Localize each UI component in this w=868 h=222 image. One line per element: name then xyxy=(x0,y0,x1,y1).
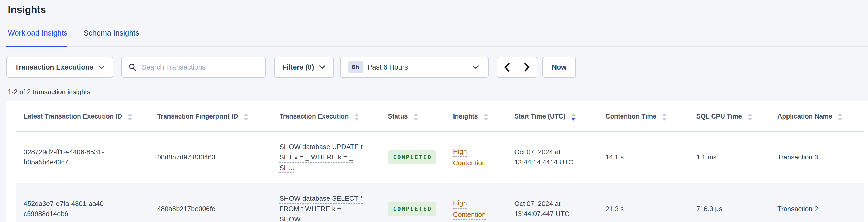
results-count: 1-2 of 2 transaction insights xyxy=(8,88,868,96)
start-time: Oct 07, 2024 at 13:44:14.4414 UTC xyxy=(514,147,592,167)
application-name: Transaction 3 xyxy=(777,153,818,161)
contention-time: 21.3 s xyxy=(605,205,624,213)
sort-icons xyxy=(484,113,488,121)
column-header-start-time[interactable]: Start Time (UTC) xyxy=(514,101,605,131)
status-badge: COMPLETED xyxy=(388,202,436,216)
tab-schema-insights[interactable]: Schema Insights xyxy=(84,29,139,44)
time-interval-label: Past 6 Hours xyxy=(368,63,408,71)
column-header-execution-id[interactable]: Latest Transaction Execution ID xyxy=(17,101,157,131)
status-badge: COMPLETED xyxy=(388,151,436,164)
fingerprint-id: 480a8b217be006fe xyxy=(157,205,215,213)
sort-icons-active-desc xyxy=(571,113,576,121)
time-prev-button[interactable] xyxy=(497,57,517,77)
chevron-right-icon xyxy=(524,63,530,72)
execution-id: 452da3e7-e7fa-4801-aa40-c59988d14eb6 xyxy=(24,199,127,219)
sort-icons xyxy=(413,113,418,121)
application-name: Transaction 2 xyxy=(777,205,818,213)
transaction-execution-link[interactable]: SHOW database SELECT * FROM t WHERE k = … xyxy=(280,193,369,222)
page-title: Insights xyxy=(0,0,868,15)
tabs-bar: Workload Insights Schema Insights xyxy=(0,29,868,47)
transaction-execution-link[interactable]: SHOW database UPDATE t SET v = _ WHERE k… xyxy=(280,141,369,173)
execution-id: 328729d2-ff19-4408-8531-b05a5b4e43c7 xyxy=(24,147,127,167)
insight-link[interactable]: High Contention xyxy=(453,146,497,168)
column-header-fingerprint-id[interactable]: Transaction Fingerprint ID xyxy=(157,101,280,131)
chevron-down-icon xyxy=(319,65,326,69)
filters-label: Filters (0) xyxy=(282,63,314,71)
sort-icons xyxy=(244,113,248,121)
chevron-down-icon xyxy=(472,65,479,69)
sql-cpu-time: 716.3 µs xyxy=(696,205,722,213)
tabs-divider xyxy=(0,46,868,47)
column-header-insights[interactable]: Insights xyxy=(453,101,514,131)
start-time: Oct 07, 2024 at 13:44:07.447 UTC xyxy=(514,199,592,219)
sort-icons xyxy=(354,113,359,121)
column-header-application-name[interactable]: Application Name xyxy=(777,101,864,131)
toolbar: Transaction Executions Filters (0) 6h Pa… xyxy=(6,57,868,77)
insights-table: Latest Transaction Execution ID Transact… xyxy=(17,101,864,222)
column-header-contention-time[interactable]: Contention Time xyxy=(605,101,696,131)
fingerprint-id: 08d8b7d97f830463 xyxy=(157,153,215,161)
tab-workload-insights[interactable]: Workload Insights xyxy=(8,29,67,44)
active-tab-indicator xyxy=(6,45,67,47)
filters-button[interactable]: Filters (0) xyxy=(274,57,334,77)
column-header-transaction-execution[interactable]: Transaction Execution xyxy=(280,101,388,131)
sort-icons xyxy=(662,113,667,121)
sort-icons xyxy=(128,113,132,121)
contention-time: 14.1 s xyxy=(605,153,624,161)
search-input[interactable] xyxy=(142,63,259,71)
time-interval-dropdown[interactable]: 6h Past 6 Hours xyxy=(340,57,489,77)
insights-table-card: Latest Transaction Execution ID Transact… xyxy=(6,101,868,222)
search-icon xyxy=(128,63,136,71)
column-header-status[interactable]: Status xyxy=(388,101,453,131)
insights-page: Insights Workload Insights Schema Insigh… xyxy=(0,0,868,222)
sort-icons xyxy=(748,113,752,121)
insight-type-dropdown[interactable]: Transaction Executions xyxy=(6,57,113,77)
chevron-down-icon xyxy=(98,65,105,69)
table-row: 328729d2-ff19-4408-8531-b05a5b4e43c7 08d… xyxy=(17,131,864,183)
insight-type-label: Transaction Executions xyxy=(15,63,93,71)
table-row: 452da3e7-e7fa-4801-aa40-c59988d14eb6 480… xyxy=(17,183,864,222)
sql-cpu-time: 1.1 ms xyxy=(696,153,716,161)
now-button[interactable]: Now xyxy=(542,57,576,77)
search-box xyxy=(122,57,266,77)
time-nav-buttons xyxy=(497,57,537,77)
time-interval-badge: 6h xyxy=(348,61,363,73)
insight-link[interactable]: High Contention xyxy=(453,197,497,220)
time-next-button[interactable] xyxy=(517,57,537,77)
column-header-sql-cpu-time[interactable]: SQL CPU Time xyxy=(696,101,777,131)
table-header-row: Latest Transaction Execution ID Transact… xyxy=(17,101,864,131)
sort-icons xyxy=(838,113,843,121)
chevron-left-icon xyxy=(503,63,510,72)
